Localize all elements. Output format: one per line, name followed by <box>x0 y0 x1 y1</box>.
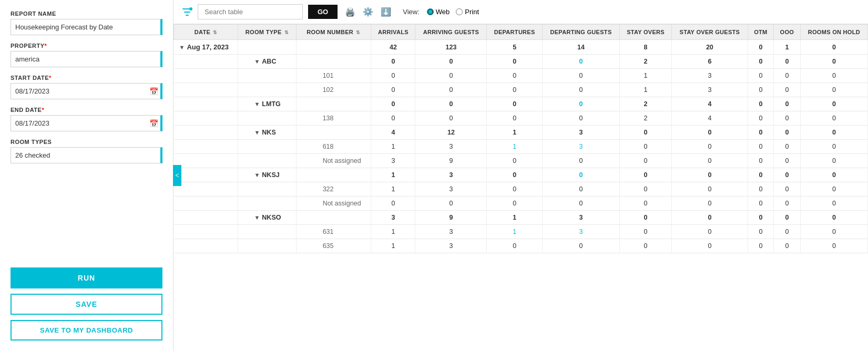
room-type-cell: ▼NKSJ <box>238 168 296 182</box>
start-date-wrap: 📅 <box>11 83 162 99</box>
svg-point-0 <box>189 7 192 11</box>
report-name-input[interactable] <box>11 19 162 35</box>
col-arriving-guests[interactable]: ARRIVING GUESTS <box>415 25 487 40</box>
filter-icon[interactable] <box>182 7 192 17</box>
stay-overs-cell: 0 <box>620 239 672 253</box>
rooms-on-hold-cell: 0 <box>800 168 867 182</box>
col-date[interactable]: DATE ⇅ <box>174 25 238 40</box>
settings-icon[interactable]: ⚙️ <box>363 7 373 17</box>
view-label: View: <box>403 8 420 16</box>
col-otm[interactable]: OTM <box>748 25 773 40</box>
col-ooo[interactable]: OOO <box>774 25 801 40</box>
col-rooms-on-hold[interactable]: ROOMS ON HOLD <box>800 25 867 40</box>
date-empty-cell <box>174 97 238 111</box>
rooms-on-hold-cell: 0 <box>800 126 867 140</box>
departures-cell: 0 <box>487 69 543 83</box>
otm-cell: 0 <box>748 83 773 97</box>
rooms-on-hold-cell: 0 <box>800 69 867 83</box>
print-radio[interactable] <box>456 8 463 15</box>
departing-guests-cell: 0 <box>542 239 619 253</box>
col-arrivals[interactable]: ARRIVALS <box>371 25 415 40</box>
stay-overs-cell: 0 <box>620 182 672 197</box>
table-row: ▼LMTG 0 0 0 0 2 4 0 0 0 <box>174 97 868 111</box>
col-stay-overs[interactable]: STAY OVERS <box>620 25 672 40</box>
date-empty-cell <box>174 55 238 69</box>
room-number-cell: Not assigned <box>296 154 371 168</box>
col-departing-guests[interactable]: DEPARTING GUESTS <box>542 25 619 40</box>
arriving-guests-cell: 0 <box>415 83 487 97</box>
departures-cell: 0 <box>487 111 543 126</box>
departing-guests-cell: 0 <box>542 154 619 168</box>
property-input[interactable] <box>11 51 162 67</box>
run-button[interactable]: RUN <box>11 267 162 288</box>
col-departures[interactable]: DEPARTURES <box>487 25 543 40</box>
room-type-empty-cell <box>238 111 296 126</box>
room-type-cell <box>238 40 296 55</box>
ooo-cell: 0 <box>774 126 801 140</box>
arriving-guests-cell: 0 <box>415 97 487 111</box>
download-icon[interactable]: ⬇️ <box>381 7 391 17</box>
room-number-empty-cell <box>296 97 371 111</box>
table-row: 101 0 0 0 0 1 3 0 0 0 <box>174 69 868 83</box>
arriving-guests-cell: 12 <box>415 126 487 140</box>
room-types-field: ROOM TYPES <box>11 139 162 163</box>
room-number-cell: 322 <box>296 182 371 197</box>
stay-over-guests-cell: 0 <box>672 168 748 182</box>
right-panel: GO 🖨️ ⚙️ ⬇️ View: Web Print DATE ⇅ ROOM … <box>173 0 868 351</box>
table-row: Not assigned 3 9 0 0 0 0 0 0 0 <box>174 154 868 168</box>
ooo-cell: 0 <box>774 69 801 83</box>
web-radio[interactable] <box>427 8 434 15</box>
collapse-panel-tab[interactable]: < <box>173 165 181 186</box>
save-button[interactable]: SAVE <box>11 294 162 315</box>
otm-cell: 0 <box>748 40 773 55</box>
print-radio-option[interactable]: Print <box>456 8 479 16</box>
button-area: RUN SAVE SAVE TO MY DASHBOARD <box>11 267 162 340</box>
start-date-input[interactable] <box>11 83 162 99</box>
arriving-guests-cell: 0 <box>415 197 487 211</box>
property-field: PROPERTY* <box>11 43 162 67</box>
room-number-empty-cell <box>296 126 371 140</box>
departures-cell: 0 <box>487 239 543 253</box>
otm-cell: 0 <box>748 126 773 140</box>
arrivals-cell: 3 <box>371 154 415 168</box>
col-stay-over-guests[interactable]: STAY OVER GUESTS <box>672 25 748 40</box>
save-dashboard-button[interactable]: SAVE TO MY DASHBOARD <box>11 320 162 340</box>
arrivals-cell: 0 <box>371 83 415 97</box>
end-date-calendar-icon[interactable]: 📅 <box>149 119 158 128</box>
room-type-empty-cell <box>238 225 296 239</box>
date-empty-cell <box>174 154 238 168</box>
ooo-cell: 0 <box>774 154 801 168</box>
rooms-on-hold-cell: 0 <box>800 97 867 111</box>
end-date-wrap: 📅 <box>11 115 162 131</box>
ooo-cell: 0 <box>774 97 801 111</box>
end-date-input[interactable] <box>11 115 162 131</box>
go-button[interactable]: GO <box>308 5 338 19</box>
departures-cell: 1 <box>487 140 543 154</box>
start-date-calendar-icon[interactable]: 📅 <box>149 87 158 96</box>
departing-guests-cell: 0 <box>542 111 619 126</box>
otm-cell: 0 <box>748 182 773 197</box>
room-type-empty-cell <box>238 69 296 83</box>
stay-over-guests-cell: 3 <box>672 83 748 97</box>
departing-guests-cell: 0 <box>542 168 619 182</box>
otm-cell: 0 <box>748 239 773 253</box>
departing-guests-cell: 0 <box>542 83 619 97</box>
end-date-label: END DATE* <box>11 107 162 113</box>
col-room-number[interactable]: ROOM NUMBER ⇅ <box>296 25 371 40</box>
stay-overs-cell: 0 <box>620 140 672 154</box>
arrivals-cell: 0 <box>371 69 415 83</box>
rooms-on-hold-cell: 0 <box>800 182 867 197</box>
table-row: ▼NKSO 3 9 1 3 0 0 0 0 0 <box>174 211 868 225</box>
web-radio-option[interactable]: Web <box>427 8 450 16</box>
stay-overs-cell: 2 <box>620 111 672 126</box>
room-type-empty-cell <box>238 140 296 154</box>
otm-cell: 0 <box>748 211 773 225</box>
ooo-cell: 0 <box>774 239 801 253</box>
col-room-type[interactable]: ROOM TYPE ⇅ <box>238 25 296 40</box>
date-empty-cell <box>174 225 238 239</box>
room-types-input[interactable] <box>11 147 162 163</box>
arriving-guests-cell: 9 <box>415 154 487 168</box>
print-icon[interactable]: 🖨️ <box>345 7 355 17</box>
date-empty-cell <box>174 211 238 225</box>
search-input[interactable] <box>198 4 303 19</box>
